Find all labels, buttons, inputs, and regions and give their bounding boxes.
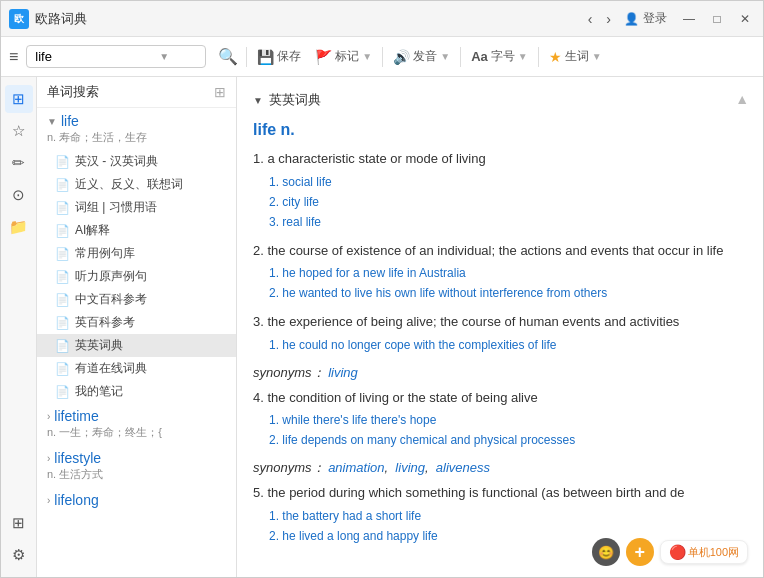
close-button[interactable]: ✕ xyxy=(735,9,755,29)
sidebar-icon-home[interactable]: ⊞ xyxy=(5,85,33,113)
search-icon[interactable]: 🔍 xyxy=(214,47,242,66)
example-3-1[interactable]: 1. he could no longer cope with the comp… xyxy=(253,336,747,354)
emoji-button[interactable]: 😊 xyxy=(592,538,620,566)
audio-icon: 🔊 xyxy=(393,49,410,65)
subitem-ai[interactable]: 📄 AI解释 xyxy=(37,219,236,242)
back-button[interactable]: ‹ xyxy=(583,9,598,29)
sidebar-icons: ⊞ ☆ ✏ ⊙ 📁 ⊞ ⚙ xyxy=(1,77,37,577)
section-title: 英英词典 xyxy=(269,91,321,109)
word-text-lifelong: lifelong xyxy=(54,492,98,508)
flag-icon: 🚩 xyxy=(315,49,332,65)
expand-icon-lifelong[interactable]: › xyxy=(47,495,50,506)
minimize-button[interactable]: — xyxy=(679,9,699,29)
subitem-en-dict[interactable]: 📄 英英词典 xyxy=(37,334,236,357)
window-controls: — □ ✕ xyxy=(679,9,755,29)
example-1-2[interactable]: 2. city life xyxy=(253,193,747,211)
synonyms-1: synonyms： living xyxy=(253,364,747,382)
example-1-1[interactable]: 1. social life xyxy=(253,173,747,191)
syn-animation[interactable]: animation xyxy=(328,460,384,475)
main-area: ⊞ ☆ ✏ ⊙ 📁 ⊞ ⚙ 单词搜索 ⊞ ▼ life xyxy=(1,77,763,577)
doc-icon: 📄 xyxy=(55,178,70,192)
subitem-notes[interactable]: 📄 我的笔记 xyxy=(37,380,236,403)
sidebar-icon-folder[interactable]: 📁 xyxy=(5,213,33,241)
pronounce-button[interactable]: 🔊 发音 ▼ xyxy=(387,45,456,68)
dict-word-title: life n. xyxy=(253,121,747,139)
sidebar-icon-search[interactable]: ⊙ xyxy=(5,181,33,209)
maximize-button[interactable]: □ xyxy=(707,9,727,29)
word-main-life: ▼ life xyxy=(47,113,226,129)
word-def-life: n. 寿命；生活，生存 xyxy=(47,130,226,145)
syn-aliveness[interactable]: aliveness xyxy=(436,460,490,475)
doc-icon: 📄 xyxy=(55,224,70,238)
example-2-2[interactable]: 2. he wanted to live his own life withou… xyxy=(253,284,747,302)
sidebar-icon-grid[interactable]: ⊞ xyxy=(5,509,33,537)
subitem-zh-en[interactable]: 📄 英汉 - 汉英词典 xyxy=(37,150,236,173)
bottom-badge-area: 😊 + 🔴 单机100网 xyxy=(592,538,748,566)
example-1-3[interactable]: 3. real life xyxy=(253,213,747,231)
sidebar-icon-settings[interactable]: ⚙ xyxy=(5,541,33,569)
login-button[interactable]: 👤 登录 xyxy=(624,10,667,27)
font-button[interactable]: Aa 字号 ▼ xyxy=(465,45,534,68)
search-input[interactable] xyxy=(35,49,155,64)
subitem-audio[interactable]: 📄 听力原声例句 xyxy=(37,265,236,288)
app-window: 欧 欧路词典 ‹ › 👤 登录 — □ ✕ ≡ ▼ 🔍 xyxy=(0,0,764,578)
expand-icon-lifestyle[interactable]: › xyxy=(47,453,50,464)
word-panel-header: 单词搜索 ⊞ xyxy=(37,77,236,108)
doc-icon: 📄 xyxy=(55,339,70,353)
word-item-life[interactable]: ▼ life n. 寿命；生活，生存 xyxy=(37,108,236,150)
section-triangle-icon[interactable]: ▼ xyxy=(253,95,263,106)
def-block-5: 5. the period during which something is … xyxy=(253,483,747,545)
subitem-wiki-en[interactable]: 📄 英百科参考 xyxy=(37,311,236,334)
word-item-lifetime[interactable]: › lifetime n. 一生；寿命；终生；{ xyxy=(37,403,236,445)
subitem-youdao[interactable]: 📄 有道在线词典 xyxy=(37,357,236,380)
font-dropdown-icon: ▼ xyxy=(518,51,528,62)
example-5-1[interactable]: 1. the battery had a short life xyxy=(253,507,747,525)
menu-icon[interactable]: ≡ xyxy=(9,48,18,66)
search-box: ▼ xyxy=(26,45,206,68)
font-icon: Aa xyxy=(471,49,488,64)
scroll-up-indicator[interactable]: ▲ xyxy=(735,91,749,107)
doc-icon: 📄 xyxy=(55,385,70,399)
doc-icon: 📄 xyxy=(55,155,70,169)
sidebar-icon-edit[interactable]: ✏ xyxy=(5,149,33,177)
doc-icon: 📄 xyxy=(55,362,70,376)
word-group-lifestyle: › lifestyle n. 生活方式 xyxy=(37,445,236,487)
app-logo: 欧 xyxy=(9,9,29,29)
word-item-lifestyle[interactable]: › lifestyle n. 生活方式 xyxy=(37,445,236,487)
example-4-1[interactable]: 1. while there's life there's hope xyxy=(253,411,747,429)
site-badge: 🔴 单机100网 xyxy=(660,540,748,564)
syn-living-1[interactable]: living xyxy=(328,365,358,380)
forward-button[interactable]: › xyxy=(601,9,616,29)
subitem-synonyms[interactable]: 📄 近义、反义、联想词 xyxy=(37,173,236,196)
subitem-examples[interactable]: 📄 常用例句库 xyxy=(37,242,236,265)
doc-icon: 📄 xyxy=(55,316,70,330)
def-main-5: 5. the period during which something is … xyxy=(253,483,747,503)
expand-icon-lifetime[interactable]: › xyxy=(47,411,50,422)
word-panel: 单词搜索 ⊞ ▼ life n. 寿命；生活，生存 📄 xyxy=(37,77,237,577)
expand-icon-life[interactable]: ▼ xyxy=(47,116,57,127)
word-main-lifelong: › lifelong xyxy=(47,492,226,508)
vocab-button[interactable]: ★ 生词 ▼ xyxy=(543,45,608,68)
mark-button[interactable]: 🚩 标记 ▼ xyxy=(309,45,378,68)
word-panel-title: 单词搜索 xyxy=(47,83,99,101)
pin-icon[interactable]: ⊞ xyxy=(214,84,226,100)
subitem-phrases[interactable]: 📄 词组 | 习惯用语 xyxy=(37,196,236,219)
dict-content: ▲ ▼ 英英词典 life n. 1. a characteristic sta… xyxy=(237,77,763,577)
def-main-4: 4. the condition of living or the state … xyxy=(253,388,747,408)
def-block-3: 3. the experience of being alive; the co… xyxy=(253,312,747,354)
app-title: 欧路词典 xyxy=(35,10,583,28)
sidebar-icon-bookmark[interactable]: ☆ xyxy=(5,117,33,145)
search-dropdown-icon[interactable]: ▼ xyxy=(159,51,169,62)
save-button[interactable]: 💾 保存 xyxy=(251,45,307,68)
example-2-1[interactable]: 1. he hoped for a new life in Australia xyxy=(253,264,747,282)
word-main-lifestyle: › lifestyle xyxy=(47,450,226,466)
syn-living-2[interactable]: living xyxy=(395,460,425,475)
separator2 xyxy=(382,47,383,67)
example-4-2[interactable]: 2. life depends on many chemical and phy… xyxy=(253,431,747,449)
word-text-lifetime: lifetime xyxy=(54,408,98,424)
word-item-lifelong[interactable]: › lifelong xyxy=(37,487,236,513)
add-button[interactable]: + xyxy=(626,538,654,566)
word-group-lifetime: › lifetime n. 一生；寿命；终生；{ xyxy=(37,403,236,445)
subitem-wiki-cn[interactable]: 📄 中文百科参考 xyxy=(37,288,236,311)
doc-icon: 📄 xyxy=(55,247,70,261)
